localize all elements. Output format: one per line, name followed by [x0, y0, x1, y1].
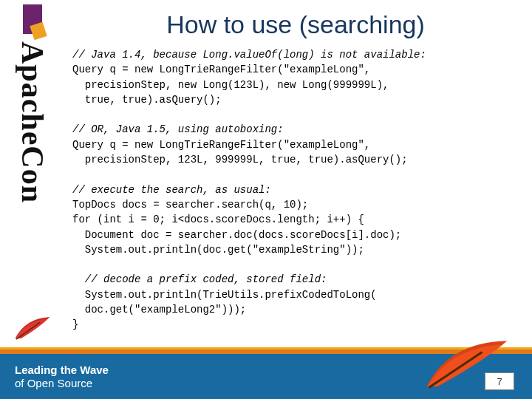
code-line: doc.get("exampleLong2")));	[72, 304, 246, 316]
code-line: Query q = new LongTrieRangeFilter("examp…	[72, 139, 370, 151]
footer-line2: of Open Source	[15, 377, 109, 390]
code-line: Document doc = searcher.doc(docs.scoreDo…	[72, 229, 401, 241]
code-line: for (int i = 0; i<docs.scoreDocs.length;…	[72, 214, 364, 225]
brand-vertical-text: ApacheCon	[15, 41, 50, 203]
apache-logo-icon	[23, 4, 42, 34]
footer-bar: Leading the Wave of Open Source 7	[0, 354, 532, 399]
code-line: }	[72, 318, 78, 330]
slide: ApacheCon How to use (searching) // Java…	[0, 0, 532, 399]
code-line: TopDocs docs = searcher.search(q, 10);	[72, 199, 308, 211]
code-comment: // OR, Java 1.5, using autoboxing:	[72, 123, 284, 135]
code-line: precisionStep, new Long(123L), new Long(…	[72, 79, 389, 91]
page-number: 7	[497, 376, 502, 387]
code-block: // Java 1.4, because Long.valueOf(long) …	[72, 47, 517, 332]
code-line: Query q = new LongTrieRangeFilter("examp…	[72, 64, 370, 75]
page-number-box: 7	[485, 372, 514, 390]
footer: Leading the Wave of Open Source 7	[0, 347, 532, 399]
slide-title: How to use (searching)	[74, 10, 517, 39]
code-line: precisionStep, 123L, 999999L, true, true…	[72, 154, 408, 166]
footer-tagline: Leading the Wave of Open Source	[15, 364, 109, 390]
code-line: System.out.println(TrieUtils.prefixCoded…	[72, 289, 377, 301]
code-comment: // decode a prefix coded, stored field:	[72, 273, 327, 285]
code-comment: // execute the search, as usual:	[72, 184, 271, 196]
code-comment: // Java 1.4, because Long.valueOf(long) …	[72, 49, 426, 61]
feather-icon	[13, 313, 52, 343]
code-line: true, true).asQuery();	[72, 94, 222, 106]
code-line: System.out.println(doc.get("exampleStrin…	[72, 244, 364, 256]
sidebar-brand: ApacheCon	[10, 4, 55, 322]
footer-line1: Leading the Wave	[15, 364, 109, 377]
